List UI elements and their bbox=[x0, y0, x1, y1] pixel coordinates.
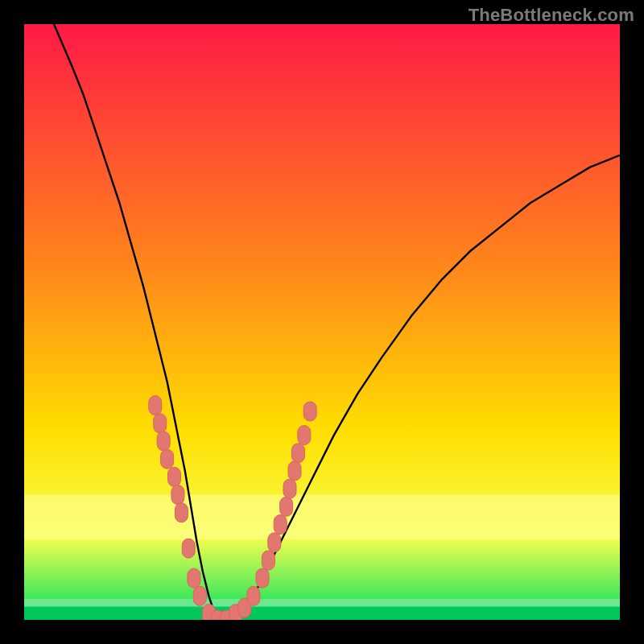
curve-marker bbox=[288, 461, 301, 481]
curve-marker bbox=[188, 568, 200, 588]
curve-marker bbox=[283, 479, 296, 498]
curve-marker bbox=[268, 533, 281, 552]
band-pale-yellow bbox=[24, 495, 620, 540]
curve-marker bbox=[182, 539, 195, 558]
curve-marker bbox=[149, 396, 162, 415]
curve-marker bbox=[157, 431, 170, 451]
curve-marker bbox=[175, 503, 188, 522]
curve-marker bbox=[303, 402, 316, 421]
chart-frame: TheBottleneck.com bbox=[0, 0, 644, 644]
band-light-green bbox=[24, 599, 620, 607]
plot-area bbox=[24, 24, 620, 620]
curve-marker bbox=[291, 444, 304, 463]
bottleneck-chart bbox=[24, 24, 620, 620]
curve-marker bbox=[262, 551, 275, 570]
curve-marker bbox=[168, 467, 181, 486]
curve-marker bbox=[298, 426, 311, 445]
curve-marker bbox=[161, 449, 174, 469]
curve-marker bbox=[274, 515, 287, 535]
curve-marker bbox=[247, 586, 260, 605]
curve-marker bbox=[171, 485, 184, 505]
curve-marker bbox=[193, 586, 206, 605]
curve-marker bbox=[154, 414, 167, 433]
curve-marker bbox=[280, 497, 293, 516]
watermark-label: TheBottleneck.com bbox=[469, 5, 634, 26]
curve-marker bbox=[256, 568, 269, 588]
band-dark-green bbox=[24, 607, 620, 620]
